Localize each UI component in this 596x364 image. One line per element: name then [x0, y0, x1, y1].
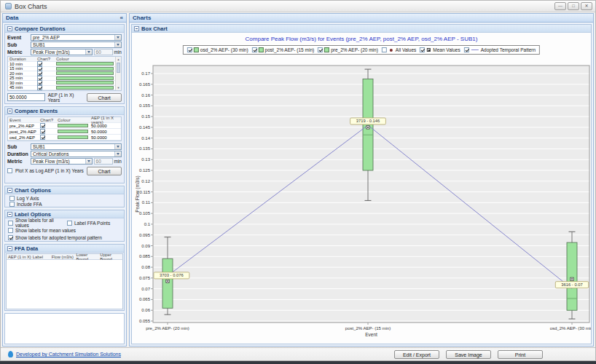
collapse-group-icon[interactable]: [7, 246, 12, 251]
event-aep-value: 50.0000: [91, 130, 121, 134]
duration-select[interactable]: Critical Durations: [31, 151, 122, 157]
colour-swatch[interactable]: [56, 62, 114, 66]
compare-events-group: Compare Events Event Chart? Colour AEP (…: [4, 106, 125, 183]
event-row: pre_2% AEP50.0000: [8, 123, 121, 129]
colour-swatch[interactable]: [56, 86, 114, 90]
y-tick-label: 0.155: [139, 103, 151, 108]
y-tick-label: 0.115: [139, 190, 150, 194]
box-chart-canvas[interactable]: 0.0550.060.0650.070.0750.080.0850.090.09…: [132, 33, 591, 344]
chevron-down-icon[interactable]: [85, 159, 92, 164]
chevron-down-icon[interactable]: [85, 50, 92, 55]
x-tick-label: osd_2% AEP- (30 min): [550, 326, 591, 331]
colour-swatch[interactable]: [56, 76, 114, 80]
legend-checkbox[interactable]: [252, 47, 257, 52]
y-tick-label: 0.15: [141, 114, 150, 119]
y-tick-label: 0.08: [141, 265, 150, 269]
duration-label: 1 hour: [9, 90, 37, 91]
ffa-table-body: [6, 260, 123, 309]
aep-years-input[interactable]: 50.0000: [7, 93, 45, 101]
x-tick-label: pre_2% AEP- (20 min): [146, 326, 189, 331]
compare-durations-group: Compare Durations Event pre_2% AEP Sub: [4, 24, 125, 104]
chart-options-header[interactable]: Chart Options: [5, 186, 124, 194]
ffa-data-header[interactable]: FFA Data: [5, 245, 124, 253]
sub-select[interactable]: SUB1: [31, 41, 122, 48]
duration-label: 20 min: [9, 71, 37, 76]
scroll-down-icon[interactable]: ▼: [117, 85, 120, 90]
duration-row: 1 hour: [8, 90, 121, 91]
metric-minutes-field[interactable]: 60: [94, 49, 113, 55]
box-chart-group-header[interactable]: Box Chart: [132, 25, 591, 33]
chevron-down-icon[interactable]: [114, 42, 121, 47]
colour-swatch[interactable]: [56, 90, 114, 91]
legend-checkbox[interactable]: [382, 47, 387, 52]
metric-minutes-field[interactable]: 60: [94, 158, 113, 165]
metric-select[interactable]: Peak Flow (m3/s): [31, 49, 93, 55]
y-tick-label: 0.14: [141, 136, 150, 141]
legend-dot-icon: [390, 49, 393, 52]
scroll-up-icon[interactable]: ▲: [117, 57, 120, 62]
point-label-text: 3616 - 0.07: [561, 282, 582, 287]
colour-swatch[interactable]: [56, 81, 114, 84]
legend-checkbox[interactable]: [464, 47, 469, 52]
chevron-down-icon[interactable]: [114, 151, 121, 157]
event-chart-checkbox[interactable]: [40, 135, 45, 140]
event-chart-checkbox[interactable]: [40, 123, 45, 128]
event-select[interactable]: pre_2% AEP: [31, 34, 122, 41]
collapse-group-icon[interactable]: [7, 108, 12, 114]
metric-unit-label: min: [114, 159, 122, 164]
duration-label: 25 min: [9, 76, 37, 80]
chart-events-button[interactable]: Chart: [87, 167, 122, 175]
print-button[interactable]: Print: [498, 350, 543, 359]
collapse-group-icon[interactable]: [7, 212, 12, 217]
colour-swatch[interactable]: [58, 130, 88, 133]
events-table-header: Event Chart? Colour AEP (1 in X years): [8, 117, 121, 123]
legend-item: pre_2% AEP- (20 min): [318, 47, 378, 52]
collapse-group-icon[interactable]: [7, 26, 12, 31]
option-checkbox[interactable]: [9, 196, 15, 201]
sub-label: Sub: [7, 42, 31, 47]
option-label: Log Y Axis: [17, 196, 39, 201]
scrollbar-thumb[interactable]: [117, 63, 120, 73]
option-checkbox[interactable]: [8, 235, 13, 240]
option-checkbox[interactable]: [9, 202, 15, 207]
compare-durations-header[interactable]: Compare Durations: [5, 25, 124, 33]
chevron-down-icon[interactable]: [114, 35, 121, 40]
collapse-panel-icon[interactable]: «: [120, 15, 123, 21]
y-tick-label: 0.095: [139, 233, 151, 237]
durations-scrollbar[interactable]: ▲ ▼: [115, 57, 121, 90]
chart-durations-button[interactable]: Chart: [87, 93, 122, 102]
option-label: Show labels for all values: [15, 218, 64, 228]
option-checkbox[interactable]: [67, 221, 72, 226]
duration-chart-checkbox[interactable]: [37, 90, 42, 91]
legend-checkbox[interactable]: [318, 47, 323, 52]
charts-panel-header: Charts: [129, 13, 594, 23]
edit-export-button[interactable]: Edit / Export: [394, 350, 439, 359]
legend-checkbox[interactable]: [420, 47, 425, 52]
option-checkbox[interactable]: [8, 228, 13, 233]
sub-select[interactable]: SUB1: [31, 143, 122, 150]
metric-unit-label: min: [114, 50, 122, 55]
collapse-group-icon[interactable]: [7, 188, 12, 193]
window-title: Box Charts: [15, 3, 47, 10]
plot-x-log-checkbox[interactable]: [7, 168, 12, 173]
close-button[interactable]: ✕: [581, 2, 592, 10]
duration-label: 45 min: [9, 85, 37, 90]
compare-events-header[interactable]: Compare Events: [5, 107, 124, 115]
developer-link[interactable]: Developed by Catchment Simulation Soluti…: [16, 352, 121, 357]
minimize-button[interactable]: —: [554, 2, 566, 10]
metric-select[interactable]: Peak Flow (m3/s): [31, 158, 93, 165]
colour-swatch[interactable]: [58, 135, 88, 139]
collapse-group-icon[interactable]: [134, 26, 139, 31]
event-chart-checkbox[interactable]: [40, 129, 45, 134]
maximize-button[interactable]: □: [568, 2, 579, 10]
status-bar: Developed by Catchment Simulation Soluti…: [1, 347, 595, 360]
legend-item: osd_2% AEP- (30 min): [187, 47, 248, 52]
colour-swatch[interactable]: [56, 67, 114, 71]
legend-checkbox[interactable]: [187, 47, 192, 52]
colour-swatch[interactable]: [56, 71, 114, 75]
y-tick-label: 0.16: [141, 93, 150, 98]
save-image-button[interactable]: Save Image: [446, 350, 491, 359]
chevron-down-icon[interactable]: [114, 144, 121, 149]
option-checkbox[interactable]: [8, 221, 13, 226]
colour-swatch[interactable]: [58, 124, 88, 127]
